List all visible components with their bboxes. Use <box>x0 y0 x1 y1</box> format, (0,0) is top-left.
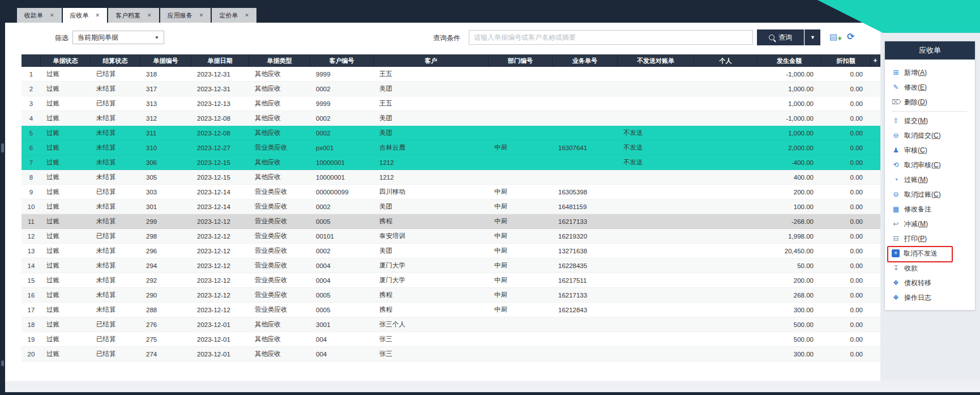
panel-item-1[interactable]: ✎修改(E) <box>892 80 975 95</box>
tab-close-icon[interactable]: ✕ <box>199 12 204 18</box>
column-header-doc_no[interactable]: 单据编号 <box>140 54 191 67</box>
cell-cust_no: 0005 <box>310 307 374 313</box>
table-row[interactable]: 17过账未结算2882023-12-12营业类应收0005携程中厨1621284… <box>22 303 880 317</box>
cell-doc_no: 294 <box>140 262 191 269</box>
export-excel-icon[interactable]: ▤ ✚ <box>829 32 840 42</box>
column-header-amount[interactable]: 发生金额 <box>758 54 821 67</box>
search-more-button[interactable]: ▼ <box>804 29 820 45</box>
cell-amount: 300.00 <box>758 351 821 358</box>
cell-discount: 0.00 <box>821 218 871 225</box>
tab-close-icon[interactable]: ✕ <box>96 12 100 18</box>
table-row[interactable]: 1过账已结算3182023-12-31其他应收9999王五-1,000.000.… <box>22 67 880 82</box>
table-row[interactable]: 18过账已结算2762023-12-01其他应收3001张三个人500.000.… <box>22 317 880 332</box>
column-header-status[interactable]: 单据状态 <box>41 54 91 67</box>
panel-item-3[interactable]: ⇧提交(M) <box>892 113 975 128</box>
tab-1[interactable]: 应收单✕ <box>63 8 108 23</box>
cell-row_no: 1 <box>22 71 41 78</box>
table-row[interactable]: 2过账未结算3172023-12-31其他应收0002美团1,000.000.0… <box>22 82 880 96</box>
cell-doc_type: 营业类应收 <box>249 276 310 284</box>
panel-item-9[interactable]: ▦修改备注 <box>892 202 975 216</box>
column-header-doc_type[interactable]: 单据类型 <box>249 54 310 67</box>
tab-close-icon[interactable]: ✕ <box>147 12 152 18</box>
table-row[interactable]: 16过账未结算2902023-12-12营业类应收0005携程中厨1621713… <box>22 288 880 303</box>
tab-close-icon[interactable]: ✕ <box>50 12 54 18</box>
column-header-row_no[interactable] <box>22 54 41 67</box>
table-row[interactable]: 4过账未结算3122023-12-08其他应收0002美团-1,000.000.… <box>22 111 880 126</box>
column-header-cust_no[interactable]: 客户编号 <box>310 54 374 67</box>
column-header-customer[interactable]: 客户 <box>374 54 489 67</box>
log-icon: ❖ <box>892 294 900 301</box>
cell-biz_no: 16217511 <box>553 277 618 284</box>
table-row[interactable]: 8过账未结算3052023-12-15其他应收100000011212400.0… <box>22 170 880 185</box>
panel-item-15[interactable]: ❖操作日志 <box>892 290 975 305</box>
search-button[interactable]: 查询 <box>757 29 804 45</box>
panel-item-2[interactable]: ⌦删除(D) <box>892 95 975 109</box>
cell-doc_type: 其他应收 <box>249 129 310 137</box>
tab-3[interactable]: 应用服务✕ <box>160 8 211 23</box>
panel-item-7[interactable]: ◔过账(M) <box>892 172 975 187</box>
panel-item-5[interactable]: ♟审核(C) <box>892 143 975 158</box>
query-input[interactable] <box>469 30 753 45</box>
table-row[interactable]: 11过账未结算2992023-12-12营业类应收0005携程中厨1621713… <box>22 214 880 229</box>
add-column-button[interactable]: + <box>871 54 880 67</box>
panel-item-6[interactable]: ⟲取消审核(C) <box>892 158 975 172</box>
panel-item-14[interactable]: ❖债权转移 <box>892 275 975 290</box>
table-row[interactable]: 14过账未结算2942023-12-12营业类应收0004厦门大学中厨16228… <box>22 258 880 273</box>
cell-customer: 厦门大学 <box>374 276 489 284</box>
column-header-dept_no[interactable]: 部门编号 <box>489 54 553 67</box>
tab-4[interactable]: 定价单✕ <box>212 8 256 23</box>
column-header-settle[interactable]: 结算状态 <box>91 54 140 67</box>
cell-row_no: 13 <box>22 248 41 254</box>
cell-biz_no: 13271638 <box>553 248 618 254</box>
column-header-personal[interactable]: 个人 <box>694 54 758 67</box>
column-header-discount[interactable]: 折扣额 <box>821 54 871 67</box>
cell-customer: 吉林云麓 <box>374 143 489 152</box>
panel-item-10[interactable]: ↩冲减(M) <box>892 216 975 231</box>
column-header-date[interactable]: 单据日期 <box>191 54 249 67</box>
table-row[interactable]: 20过账已结算2742023-12-01其他应收004张三300.000.00 <box>22 347 880 362</box>
panel-item-12[interactable]: ✕取消不发送 <box>892 246 975 261</box>
cell-customer: 携程 <box>374 291 489 299</box>
cell-biz_no: 16217133 <box>553 218 618 225</box>
tab-0[interactable]: 收款单✕ <box>17 8 62 23</box>
table-row[interactable]: 9过账已结算3032023-12-14营业类应收000000099四川移动中厨1… <box>22 185 880 199</box>
table-row[interactable]: 15过账未结算2922023-12-12营业类应收0004厦门大学中厨16217… <box>22 273 880 288</box>
panel-item-label: 修改备注 <box>904 205 931 214</box>
panel-item-4[interactable]: ⊖取消提交(C) <box>892 128 975 143</box>
table-row[interactable]: 7过账未结算3062023-12-15其他应收100000011212不发送-4… <box>22 155 880 170</box>
cell-customer: 美团 <box>374 247 489 255</box>
cell-cust_no: 0005 <box>310 218 374 225</box>
tab-close-icon[interactable]: ✕ <box>245 12 249 18</box>
table-row[interactable]: 13过账未结算2962023-12-12营业类应收0002美团中厨1327163… <box>22 244 880 258</box>
panel-item-13[interactable]: ↧收款 <box>892 261 975 275</box>
cell-amount: 1,998.00 <box>758 233 821 240</box>
scrollbar-thumb[interactable] <box>1 143 4 152</box>
filter-select[interactable]: 当前期间单据 ▼ <box>72 31 164 44</box>
table-row[interactable]: 6过账未结算3102023-12-27营业类应收px001吉林云麓中厨16307… <box>22 141 880 155</box>
cell-row_no: 17 <box>22 307 41 313</box>
column-header-no_send[interactable]: 不发送对账单 <box>618 54 694 67</box>
cell-cust_no: 0004 <box>310 262 374 269</box>
table-row[interactable]: 5过账未结算3112023-12-08其他应收0002美团不发送1,000.00… <box>22 126 880 141</box>
table-row[interactable]: 10过账未结算3012023-12-14营业类应收0002美团中厨1648115… <box>22 199 880 214</box>
grid-header-row: 单据状态结算状态单据编号单据日期单据类型客户编号客户部门编号业务单号不发送对账单… <box>22 54 880 67</box>
cell-amount: 400.00 <box>758 174 821 181</box>
table-row[interactable]: 3过账已结算3132023-12-13其他应收9999王五1,000.000.0… <box>22 96 880 111</box>
panel-item-8[interactable]: ⊖取消过账(C) <box>892 187 975 202</box>
table-row[interactable]: 19过账已结算2752023-12-01其他应收004张三500.000.00 <box>22 332 880 347</box>
tab-2[interactable]: 客户档案✕ <box>108 8 159 23</box>
cell-doc_no: 292 <box>140 277 191 284</box>
message-x-icon: ✕ <box>892 249 900 257</box>
cell-discount: 0.00 <box>821 71 871 78</box>
column-header-biz_no[interactable]: 业务单号 <box>553 54 618 67</box>
receivables-grid: 单据状态结算状态单据编号单据日期单据类型客户编号客户部门编号业务单号不发送对账单… <box>22 54 880 362</box>
cell-biz_no: 16212843 <box>553 307 618 313</box>
panel-title: 应收单 <box>885 41 975 60</box>
cell-customer: 张三个人 <box>374 320 489 329</box>
panel-item-11[interactable]: ⊟打印(P) <box>892 231 975 246</box>
table-row[interactable]: 12过账已结算2982023-12-12营业类应收00101泰安培训中厨1621… <box>22 229 880 244</box>
scrollbar-thumb[interactable] <box>1 360 4 366</box>
panel-item-0[interactable]: ⊞新增(A) <box>892 65 975 80</box>
cell-no_send: 不发送 <box>618 143 694 152</box>
refresh-icon[interactable]: ⟳ <box>847 31 854 42</box>
